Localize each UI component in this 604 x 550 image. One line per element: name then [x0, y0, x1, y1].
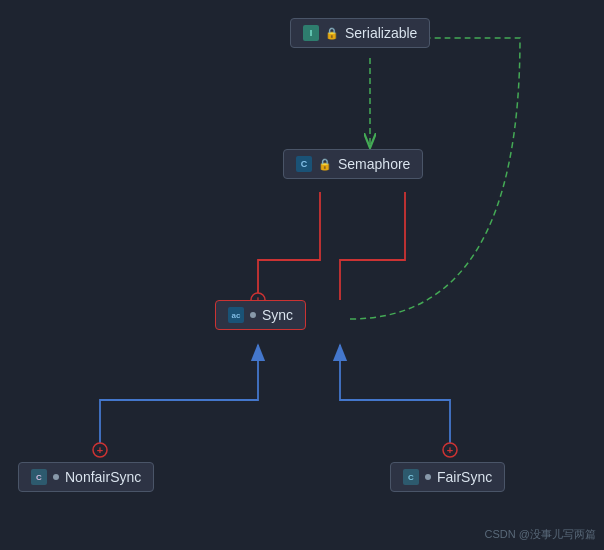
node-serializable[interactable]: I 🔒 Serializable: [290, 18, 430, 48]
svg-point-7: [443, 443, 457, 457]
svg-text:+: +: [97, 444, 103, 456]
dot-nonfairsync: [53, 474, 59, 480]
svg-point-5: [93, 443, 107, 457]
nonfairsync-label: NonfairSync: [65, 469, 141, 485]
node-sync[interactable]: ac Sync: [215, 300, 306, 330]
class-icon-semaphore: C: [296, 156, 312, 172]
node-fairsync[interactable]: C FairSync: [390, 462, 505, 492]
inner-icon-nonfairsync: C: [31, 469, 47, 485]
dot-sync: [250, 312, 256, 318]
semaphore-label: Semaphore: [338, 156, 410, 172]
lock-icon-semaphore: 🔒: [318, 158, 332, 171]
abstract-icon-sync: ac: [228, 307, 244, 323]
sync-label: Sync: [262, 307, 293, 323]
lock-icon-serializable: 🔒: [325, 27, 339, 40]
fairsync-label: FairSync: [437, 469, 492, 485]
svg-text:+: +: [447, 444, 453, 456]
node-nonfairsync[interactable]: C NonfairSync: [18, 462, 154, 492]
inner-icon-fairsync: C: [403, 469, 419, 485]
serializable-label: Serializable: [345, 25, 417, 41]
diagram-container: + + + I 🔒 Serializable C 🔒 Semaphore ac …: [0, 0, 604, 550]
watermark: CSDN @没事儿写两篇: [485, 527, 596, 542]
dot-fairsync: [425, 474, 431, 480]
node-semaphore[interactable]: C 🔒 Semaphore: [283, 149, 423, 179]
interface-icon: I: [303, 25, 319, 41]
